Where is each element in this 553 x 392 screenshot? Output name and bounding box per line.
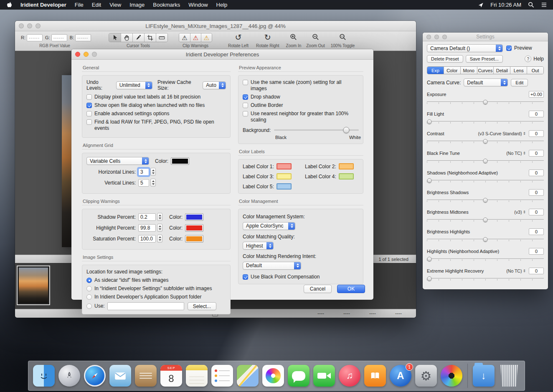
slider-mode-selector[interactable]: (v3 S-Curve Standard)	[478, 131, 522, 136]
preview-checkbox[interactable]: Use nearest neighbor for greater than 10…	[243, 111, 359, 123]
slider-thumb[interactable]	[427, 276, 431, 281]
general-checkbox[interactable]: Show open file dialog when launched with…	[86, 102, 226, 109]
use-path-input[interactable]	[107, 302, 184, 310]
stepper-control[interactable]	[150, 168, 156, 176]
main-window-titlebar[interactable]: LIFEstyle_News_MiXture_Images_1287__446.…	[15, 21, 416, 31]
edit-curve-button[interactable]: Edit	[511, 79, 528, 86]
slider-track[interactable]	[427, 119, 544, 124]
cms-select[interactable]: Apple ColorSync	[243, 222, 295, 230]
rotate-left-button[interactable]: ↺	[235, 33, 242, 42]
checkbox[interactable]	[243, 274, 248, 280]
checkbox[interactable]	[243, 80, 248, 85]
slider-value-field[interactable]: 0	[529, 150, 544, 157]
dock-app-store[interactable]: A 1	[389, 364, 412, 387]
slider-track[interactable]	[427, 257, 544, 261]
eyedropper-tool-button[interactable]	[132, 33, 144, 42]
slider-track[interactable]	[427, 276, 544, 281]
label-color-well[interactable]	[276, 183, 292, 190]
general-checkbox[interactable]: Find & load RAW for TIFF, JPEG, PNG, PSD…	[86, 119, 226, 132]
crop-tool-button[interactable]	[144, 33, 156, 42]
label-color-well[interactable]	[276, 163, 292, 169]
location-radio-row[interactable]: As sidecar “idsf” files with images	[86, 277, 226, 283]
clip-percent-field[interactable]: 100.0	[138, 235, 156, 243]
slider-track[interactable]	[427, 100, 544, 104]
pointer-tool-button[interactable]	[109, 33, 121, 42]
minimize-button[interactable]	[434, 35, 439, 39]
stepper-control[interactable]	[157, 213, 162, 221]
settings-tab[interactable]: Color	[444, 67, 460, 74]
location-radio-row[interactable]: In “Iridient Developer Settings” subfold…	[86, 286, 226, 292]
stepper-control[interactable]	[150, 179, 156, 187]
clip-color-well[interactable]	[185, 213, 203, 221]
cancel-button[interactable]: Cancel	[304, 285, 332, 293]
zoom-out-button[interactable]	[312, 33, 320, 43]
menu-item[interactable]: Help	[212, 2, 232, 8]
zoom-button[interactable]	[36, 23, 41, 28]
slider-value-field[interactable]: 0	[529, 248, 544, 255]
settings-tab[interactable]: Curves	[477, 67, 494, 74]
dock-itunes[interactable]: ♫	[338, 364, 361, 387]
dock-downloads[interactable]: ↓	[472, 364, 495, 387]
grid-lines-field[interactable]: 3	[138, 168, 149, 176]
save-preset-button[interactable]: Save Preset...	[466, 55, 503, 63]
preferences-titlebar[interactable]: Iridient Developer Preferences	[71, 49, 373, 60]
preview-checkbox[interactable]: Use the same scale (zoom) setting for al…	[243, 79, 359, 92]
location-radio-row[interactable]: In Iridient Developer’s Application Supp…	[86, 294, 226, 300]
menu-item[interactable]: Edit	[88, 2, 105, 8]
help-button[interactable]: ?	[525, 56, 531, 62]
spotlight-icon[interactable]	[528, 2, 534, 8]
settings-titlebar[interactable]: Settings	[423, 33, 548, 41]
dock-calendar[interactable]: SEP 8	[160, 364, 183, 387]
preview-checkbox[interactable]: Outline Border	[243, 102, 359, 109]
quality-select[interactable]: Highest	[243, 242, 274, 250]
slider-value-field[interactable]: 0	[529, 169, 544, 176]
menu-item[interactable]: View	[105, 2, 125, 8]
apple-menu[interactable]	[6, 2, 16, 8]
select-folder-button[interactable]: Select...	[188, 302, 216, 310]
filmstrip-thumbnail[interactable]	[17, 266, 50, 305]
checkbox[interactable]	[243, 103, 248, 108]
clip-color-well[interactable]	[185, 224, 203, 232]
delete-preset-button[interactable]: Delete Preset	[427, 55, 463, 63]
slider-track[interactable]	[427, 159, 544, 163]
clip-color-well[interactable]	[185, 235, 203, 243]
checkbox[interactable]	[86, 94, 92, 100]
menu-item[interactable]: Window	[184, 2, 212, 8]
dock-trash[interactable]	[498, 364, 520, 387]
location-services-icon[interactable]	[478, 2, 484, 8]
background-slider[interactable]	[274, 127, 359, 133]
stepper-control[interactable]	[157, 224, 162, 232]
slider-value-field[interactable]: 0	[529, 130, 544, 137]
stepper-control[interactable]	[157, 235, 162, 243]
preview-checkbox-row[interactable]: Preview	[506, 45, 532, 51]
grid-cells-select[interactable]: Variable Cells	[86, 157, 149, 165]
slider-track[interactable]	[427, 198, 544, 202]
undo-levels-select[interactable]: Unlimited	[116, 81, 152, 89]
checkbox[interactable]	[243, 94, 248, 100]
dock-contacts[interactable]	[134, 364, 157, 387]
zoom-100-toggle-button[interactable]: 1:1	[339, 33, 347, 43]
dock-photos[interactable]	[262, 364, 284, 387]
cache-size-select[interactable]: Auto	[203, 81, 226, 89]
settings-tab[interactable]: Mono	[460, 67, 477, 74]
slider-mode-selector[interactable]: (No TC)	[506, 151, 522, 156]
slider-thumb[interactable]	[483, 159, 488, 163]
general-checkbox[interactable]: Enable advanced settings options	[86, 111, 226, 117]
slider-thumb[interactable]	[483, 100, 488, 104]
label-color-well[interactable]	[339, 163, 354, 169]
menu-item[interactable]: Image	[125, 2, 149, 8]
slider-value-field[interactable]: +0.00	[529, 91, 544, 98]
label-color-well[interactable]	[339, 173, 354, 180]
checkbox[interactable]	[243, 111, 248, 116]
dock-iridient-developer[interactable]	[440, 364, 463, 387]
checkbox[interactable]	[86, 103, 92, 108]
highlight-clip-warning-button[interactable]: ⚠	[190, 33, 201, 42]
close-button[interactable]	[19, 23, 24, 28]
slider-value-field[interactable]: 0	[529, 189, 544, 196]
slider-thumb[interactable]	[483, 237, 488, 242]
app-menu-title[interactable]: Iridient Developer	[16, 2, 71, 8]
ok-button[interactable]: OK	[337, 285, 365, 293]
dock-maps[interactable]	[236, 364, 259, 387]
dock-notes[interactable]	[185, 364, 208, 387]
label-color-well[interactable]	[276, 173, 292, 180]
